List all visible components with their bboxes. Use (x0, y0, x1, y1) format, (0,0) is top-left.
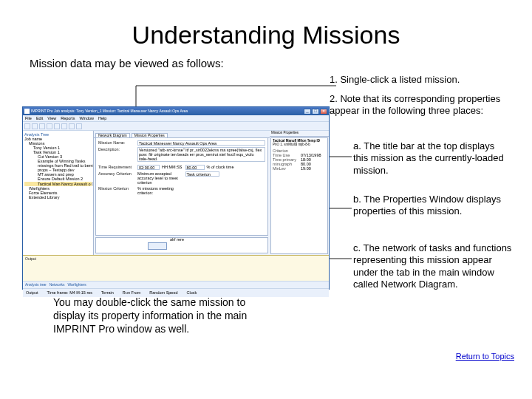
menu-reports[interactable]: Reports (61, 116, 75, 120)
instruction-b: b. The Properties Window displays proper… (353, 194, 511, 218)
menu-view[interactable]: View (47, 116, 56, 120)
menu-file[interactable]: File (25, 116, 32, 120)
status-random: Random Speed (149, 290, 177, 295)
mission-properties-form: Mission Name: Tactical Maneuver Nancy As… (95, 137, 268, 236)
accuracy-field[interactable]: 80.00 (185, 165, 205, 170)
menu-window[interactable]: Window (79, 116, 94, 120)
maximize-button[interactable]: □ (312, 109, 319, 115)
time-req-label: Time Requirement (98, 165, 135, 169)
menu-help[interactable]: Help (98, 116, 106, 120)
accuracy-label: Accuracy Criterion (98, 171, 135, 176)
crit-met-label: % missions meeting criterion: (137, 186, 183, 195)
property-value: 19:00 (301, 166, 326, 171)
description-label: Description: (98, 147, 135, 151)
mission-name-label: Mission Name: (98, 140, 135, 145)
toolbar-button[interactable] (24, 123, 30, 129)
toolbar (23, 122, 329, 131)
properties-title: Mission Properties (271, 132, 299, 135)
instruction-a: a. The title bar at the top displays thi… (353, 140, 511, 177)
status-frames: Time frame: M4 M-15 res (47, 290, 93, 295)
network-diagram-area[interactable]: alrf rere (95, 237, 268, 253)
crit-met-value: % of clock time (207, 165, 234, 169)
time-unit-label: HH:MM:SS (162, 165, 183, 169)
bottom-tab-networks[interactable]: Networks (50, 283, 65, 287)
property-label: MinLev (273, 166, 301, 171)
return-to-topics-link[interactable]: Return to Topics (456, 352, 514, 361)
accuracy-help-text: Minimum accepted accuracy level to meet … (137, 171, 183, 185)
diagram-label: alrf rere (170, 237, 184, 242)
toolbar-button[interactable] (54, 123, 60, 129)
app-icon (24, 109, 30, 114)
properties-window: Mission Properties Tactical Manufl Mfion… (270, 131, 329, 255)
toolbar-button[interactable] (32, 123, 38, 129)
property-row: MinLev 19:00 (273, 166, 326, 171)
main-pane: Network Diagram Mission Properties Missi… (94, 131, 270, 255)
output-label: Output (25, 257, 327, 262)
properties-body: Tactical Manufl Mfion Temp ID PnO 1. smM… (270, 137, 328, 254)
instruction-step-1: 1. Single-click a listed mission. (330, 74, 508, 86)
toolbar-button[interactable] (76, 123, 82, 129)
content-area: 1. Single-click a listed mission. 2. Not… (0, 74, 532, 384)
instruction-c: c. The network of tasks and functions re… (353, 242, 517, 290)
page-title: Understanding Missions (0, 0, 532, 57)
bottom-tab-strip: Analysis tree Networks Warfighters (23, 281, 329, 288)
network-node[interactable] (148, 242, 167, 250)
titlebar: IMPRINT Pro Job analysis: Tony Version_1… (23, 107, 329, 115)
mission-criterion-label: Mission Criterion (98, 186, 135, 191)
app-window: IMPRINT Pro Job analysis: Tony Version_1… (22, 106, 330, 290)
close-button[interactable]: × (320, 109, 327, 115)
toolbar-button[interactable] (39, 123, 45, 129)
instruction-step-2: 2. Note that its corresponding propertie… (330, 93, 514, 117)
time-req-field[interactable]: 02:00.00 (137, 165, 160, 170)
properties-header-2: PnO 1. smMtoll3 mjib-8-b (273, 143, 326, 147)
bottom-tab-analysis-tree[interactable]: Analysis tree (25, 283, 47, 287)
toolbar-button[interactable] (47, 123, 52, 129)
toolbar-button[interactable] (61, 123, 67, 129)
bottom-tab-warfighters[interactable]: Warfighters (67, 283, 86, 287)
status-runfrom: Run From (123, 290, 140, 295)
tip-text: You may double-click the same mission to… (53, 296, 279, 336)
status-terrain: Terrain (101, 290, 114, 295)
menubar: File Edit View Reports Window Help (23, 115, 329, 122)
toolbar-button[interactable] (69, 123, 75, 129)
tree-item[interactable]: Extended Library (24, 195, 92, 200)
status-clock: Clock (187, 290, 197, 295)
minimize-button[interactable]: _ (304, 109, 311, 115)
page-subtitle: Mission data may be viewed as follows: (0, 57, 532, 74)
menu-edit[interactable]: Edit (36, 116, 43, 120)
statusbar: Output Time frame: M4 M-15 res Terrain R… (23, 288, 329, 297)
task-criterion-field[interactable]: Task criterion (185, 171, 219, 177)
output-pane: Output (23, 255, 329, 281)
titlebar-text: IMPRINT Pro Job analysis: Tony Version_1… (31, 109, 303, 114)
analysis-tree-pane[interactable]: Analysis Tree Job name Missions Tony Ver… (23, 131, 94, 255)
mission-name-field[interactable]: Tactical Maneuver Nancy Assault Ops Area (137, 140, 265, 146)
description-field[interactable]: Versioned "atb-src-kmse" ltf pr_sir0022e… (137, 147, 265, 162)
status-output: Output (26, 290, 38, 295)
